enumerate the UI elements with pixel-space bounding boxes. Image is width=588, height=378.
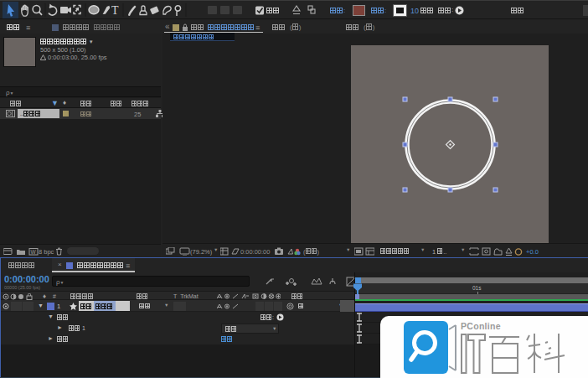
- svg-text:T: T: [111, 4, 119, 17]
- svg-text:W: W: [31, 249, 37, 255]
